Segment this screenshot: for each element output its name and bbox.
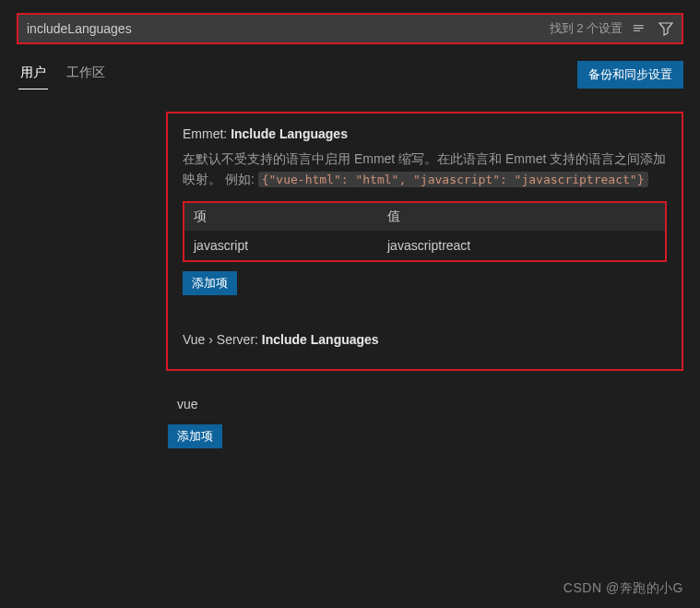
setting-desc-code: {"vue-html": "html", "javascript": "java… [258, 172, 648, 187]
tab-workspace[interactable]: 工作区 [65, 59, 107, 89]
kv-cell-val: javascriptreact [387, 238, 656, 253]
kv-cell-key: javascript [194, 238, 387, 253]
emmet-include-languages-block: Emmet: Include Languages 在默认不受支持的语言中启用 E… [166, 112, 683, 371]
tab-user[interactable]: 用户 [18, 59, 48, 89]
vue-server-include-languages-block: vue 添加项 [166, 391, 683, 448]
setting-title-name: Include Languages [262, 332, 379, 347]
setting-title-name: Include Languages [231, 126, 348, 141]
setting-title: Vue › Server: Include Languages [183, 332, 667, 347]
setting-title-prefix: Emmet: [183, 126, 231, 141]
list-item[interactable]: vue [168, 391, 682, 421]
kv-header-val: 值 [387, 209, 656, 225]
kv-table: 项 值 javascript javascriptreact [183, 201, 667, 262]
search-input-wrap: 找到 2 个设置 [17, 13, 683, 44]
setting-title-prefix: Vue › Server: [183, 332, 262, 347]
clear-search-icon[interactable] [632, 20, 648, 37]
search-row: 找到 2 个设置 [0, 0, 700, 54]
table-row[interactable]: javascript javascriptreact [184, 231, 665, 260]
settings-content: Emmet: Include Languages 在默认不受支持的语言中启用 E… [0, 89, 700, 448]
kv-header: 项 值 [184, 203, 665, 231]
add-item-button[interactable]: 添加项 [183, 271, 237, 295]
setting-description: 在默认不受支持的语言中启用 Emmet 缩写。在此语言和 Emmet 支持的语言… [183, 149, 667, 190]
watermark: CSDN @奔跑的小G [564, 580, 683, 597]
backup-sync-button[interactable]: 备份和同步设置 [577, 61, 683, 89]
kv-header-key: 项 [194, 209, 387, 225]
search-right-controls: 找到 2 个设置 [550, 20, 674, 37]
settings-filter-icon[interactable] [658, 20, 674, 37]
add-item-button[interactable]: 添加项 [168, 424, 222, 448]
settings-scope-tabs: 用户 工作区 [18, 59, 107, 89]
setting-title: Emmet: Include Languages [183, 126, 667, 141]
tabs-row: 用户 工作区 备份和同步设置 [0, 54, 700, 89]
search-result-count: 找到 2 个设置 [550, 20, 623, 37]
